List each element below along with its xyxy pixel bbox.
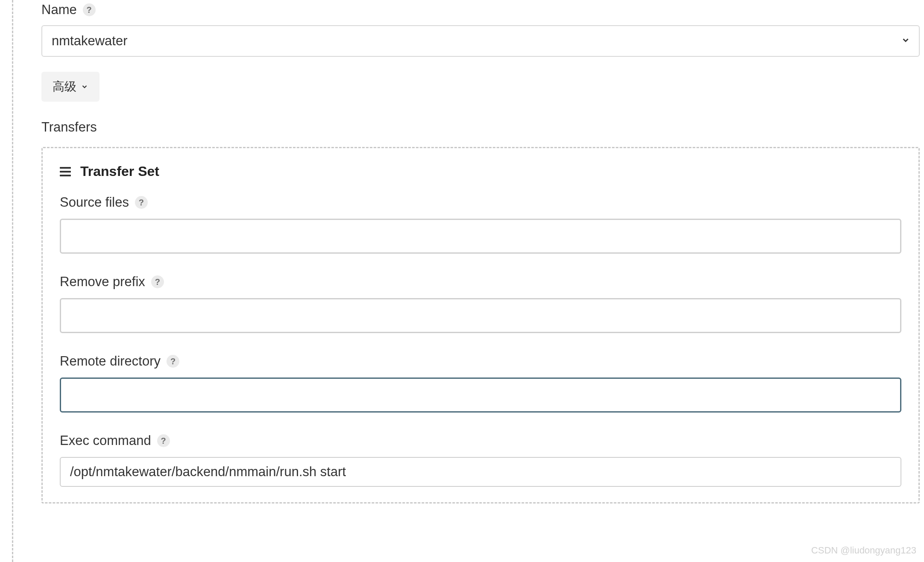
source-files-input[interactable] [60,219,901,254]
advanced-button[interactable]: 高级 [41,72,99,102]
help-icon[interactable]: ? [157,434,170,447]
exec-command-input[interactable] [60,457,901,487]
help-icon[interactable]: ? [167,355,179,368]
exec-command-label: Exec command [60,433,151,448]
help-icon[interactable]: ? [135,196,148,209]
remove-prefix-label: Remove prefix [60,274,145,290]
transfers-label: Transfers [26,120,920,135]
remove-prefix-input[interactable] [60,298,901,333]
remote-directory-input[interactable] [60,378,901,413]
help-icon[interactable]: ? [83,3,96,16]
drag-handle-icon[interactable] [60,167,71,176]
watermark-text: CSDN @liudongyang123 [811,545,916,556]
chevron-down-icon [81,80,88,94]
name-select[interactable] [41,25,920,57]
source-files-label: Source files [60,195,129,210]
name-select-wrapper[interactable] [41,25,920,57]
transfer-set-box: Transfer Set Source files ? Remove prefi… [41,147,920,503]
name-label: Name [41,2,77,18]
transfer-set-title: Transfer Set [80,164,159,179]
advanced-button-label: 高级 [53,79,76,95]
help-icon[interactable]: ? [151,275,164,288]
remote-directory-label: Remote directory [60,354,161,369]
